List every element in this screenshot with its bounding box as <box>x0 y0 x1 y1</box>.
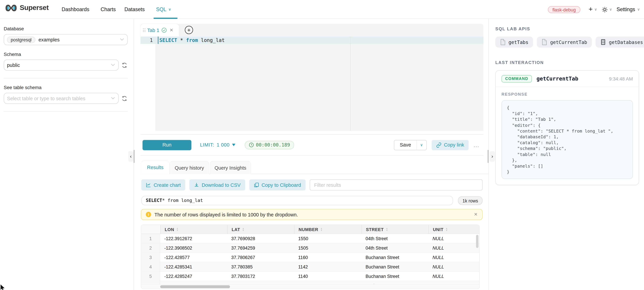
last-interaction-card: COMMAND getCurrentTab 9:34:48 AM RESPONS… <box>496 70 639 185</box>
horizontal-scrollbar-thumb[interactable] <box>160 285 230 288</box>
warning-text: The number of rows displayed is limited … <box>154 212 298 217</box>
refresh-schemas-button[interactable] <box>121 62 128 68</box>
database-type-tag: postgresql <box>7 36 35 43</box>
tab-query-insights[interactable]: Query Insights <box>210 161 251 174</box>
table-header-row: LON▲▼ LAT▲▼ NUMBER▲▼ STREET▲▼ UNIT▲▼ <box>141 225 480 234</box>
chevron-down-icon: ∨ <box>594 7 597 11</box>
copy-link-button[interactable]: Copy link <box>432 140 468 150</box>
download-csv-button[interactable]: Download to CSV <box>190 179 245 191</box>
chart-icon <box>146 182 151 188</box>
save-options-caret[interactable]: ∨ <box>416 140 426 150</box>
sort-icon[interactable]: ▲▼ <box>386 227 388 231</box>
plus-icon: + <box>588 5 592 14</box>
sort-icon[interactable]: ▲▼ <box>176 227 178 231</box>
run-button[interactable]: Run <box>142 140 192 150</box>
sort-icon[interactable]: ▲▼ <box>320 227 323 231</box>
more-actions-button[interactable]: ... <box>474 142 480 148</box>
sun-icon <box>602 6 608 13</box>
editor-gutter <box>140 36 155 131</box>
table-row[interactable]: 2 -122.3908502 37.7694259 1505 04th Stre… <box>141 243 480 253</box>
table-row[interactable]: 5 -122.4285247 37.7803172 1140 Buchanan … <box>141 272 480 281</box>
database-value: examples <box>38 37 60 42</box>
theme-toggle-button[interactable]: ∨ <box>602 6 612 13</box>
editor-tab-1[interactable]: Tab 1 ✕ <box>140 24 179 36</box>
nav-dashboards[interactable]: Dashboards <box>62 0 89 18</box>
column-header-street[interactable]: STREET▲▼ <box>362 225 428 234</box>
schema-value: public <box>7 62 20 68</box>
api-panel-title: SQL LAB APIS <box>496 26 639 31</box>
save-split-button: Save ∨ <box>394 140 427 150</box>
create-chart-button[interactable]: Create chart <box>141 179 185 191</box>
limit-dropdown[interactable]: LIMIT: 1 000 <box>200 142 236 148</box>
editor-tabbar: Tab 1 ✕ + <box>140 24 484 36</box>
table-select[interactable]: Select table or type to search tables <box>4 93 119 104</box>
table-row[interactable]: 1 -122.3912672 37.7690928 1550 04th Stre… <box>141 234 480 243</box>
sqllab-sidebar: Database postgresql examples Schema publ… <box>0 19 134 290</box>
document-icon <box>542 39 547 45</box>
column-header-unit[interactable]: UNIT▲▼ <box>428 225 479 234</box>
refresh-icon <box>122 95 128 101</box>
divider <box>4 78 128 78</box>
save-button[interactable]: Save <box>394 142 416 148</box>
chevron-down-icon: ∨ <box>637 7 640 11</box>
superset-logo-icon <box>6 4 17 12</box>
sort-icon[interactable]: ▲▼ <box>242 227 244 231</box>
drag-handle-icon[interactable] <box>143 28 145 32</box>
check-circle-icon <box>162 27 167 33</box>
row-number-header <box>141 225 160 234</box>
nav-sql[interactable]: SQL ∨ <box>156 0 171 18</box>
tab-title: Tab 1 <box>147 27 160 33</box>
interaction-header: COMMAND getCurrentTab 9:34:48 AM <box>496 70 638 87</box>
table-row[interactable]: 3 -122.428577 37.7806267 1160 Buchanan S… <box>141 253 480 262</box>
tab-results[interactable]: Results <box>141 161 169 174</box>
panel-resize-bar[interactable] <box>488 150 489 163</box>
new-item-button[interactable]: + ∨ <box>588 5 597 14</box>
database-select[interactable]: postgresql examples <box>4 34 128 45</box>
schema-select[interactable]: public <box>4 59 119 70</box>
cabinet-icon <box>601 39 606 45</box>
chevron-down-icon <box>111 97 115 100</box>
results-tabs: Results Query history Query Insights <box>141 161 488 174</box>
document-icon <box>500 39 506 45</box>
close-tab-icon[interactable]: ✕ <box>170 27 173 33</box>
filter-results-input[interactable] <box>310 179 482 191</box>
add-tab-button[interactable]: + <box>185 26 193 34</box>
api-chips: getTabs getCurrentTab getDatabases <box>496 36 639 48</box>
refresh-tables-button[interactable] <box>121 95 128 102</box>
api-getdatabases-chip[interactable]: getDatabases <box>596 36 644 48</box>
row-limit-warning: ! The number of rows displayed is limite… <box>141 209 482 220</box>
sql-code-editor[interactable]: 1 SELECT * from long_lat <box>140 36 484 131</box>
column-header-lat[interactable]: LAT▲▼ <box>227 225 294 234</box>
link-icon <box>436 142 442 148</box>
close-warning-icon[interactable]: ✕ <box>474 212 478 217</box>
api-getcurrenttab-chip[interactable]: getCurrentTab <box>537 36 592 48</box>
last-interaction-title: LAST INTERACTION <box>496 60 639 65</box>
editor-toolbar: Run LIMIT: 1 000 00:00:00.189 Save ∨ <box>140 134 484 156</box>
table-schema-label: See table schema <box>4 85 128 90</box>
environment-tag: flask-debug <box>548 6 580 13</box>
table-row[interactable]: 4 -122.4285341 37.780385 1142 Buchanan S… <box>141 262 480 272</box>
collapse-sidebar-handle[interactable]: ‹ <box>128 151 134 162</box>
chevron-down-icon: ∨ <box>168 7 171 11</box>
nav-charts[interactable]: Charts <box>100 0 116 18</box>
sort-icon[interactable]: ▲▼ <box>446 227 448 231</box>
column-header-lon[interactable]: LON▲▼ <box>160 225 227 234</box>
column-header-number[interactable]: NUMBER▲▼ <box>294 225 362 234</box>
sidebar-resize-bar[interactable] <box>134 150 135 163</box>
results-panel: Results Query history Query Insights Cre… <box>134 156 488 290</box>
nav-datasets[interactable]: Datasets <box>124 0 145 18</box>
settings-menu[interactable]: Settings ∨ <box>616 6 640 12</box>
clipboard-icon <box>254 182 259 188</box>
superset-logo[interactable]: Superset <box>6 4 49 12</box>
active-tab-indicator <box>154 18 178 19</box>
divider <box>4 111 128 112</box>
expand-panel-handle[interactable]: › <box>490 151 495 162</box>
horizontal-scrollbar[interactable] <box>141 284 480 289</box>
response-label: RESPONSE <box>502 92 633 96</box>
copy-clipboard-button[interactable]: Copy to Clipboard <box>249 179 306 191</box>
vertical-scrollbar[interactable] <box>476 235 478 248</box>
table-body: 1 -122.3912672 37.7690928 1550 04th Stre… <box>141 234 480 289</box>
tab-query-history[interactable]: Query history <box>170 161 209 174</box>
api-gettabs-chip[interactable]: getTabs <box>496 36 533 48</box>
refresh-icon <box>122 62 128 68</box>
